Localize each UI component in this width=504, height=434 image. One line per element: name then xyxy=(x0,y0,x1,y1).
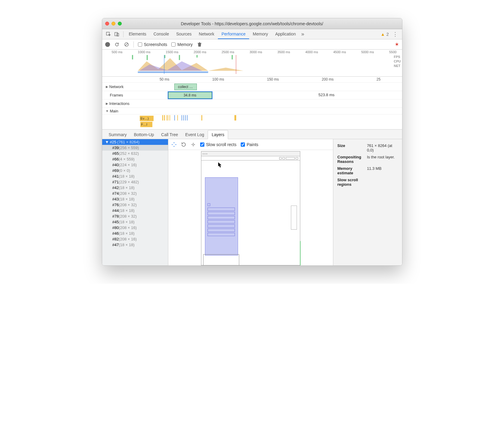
timeline-pane[interactable]: 50 ms100 ms150 ms200 ms25 ▶Network colle… xyxy=(102,77,402,130)
memory-input[interactable] xyxy=(171,42,176,47)
memory-checkbox[interactable]: Memory xyxy=(171,42,193,47)
zoom-window-button[interactable] xyxy=(118,22,122,26)
layer-node[interactable]: #82(208 × 16) xyxy=(102,236,168,242)
detail-tab-layers[interactable]: Layers xyxy=(208,130,228,139)
tab-sources[interactable]: Sources xyxy=(173,29,195,39)
more-options-button[interactable]: ⋮ xyxy=(391,31,400,38)
layer-canvas-area: Slow scroll rects Paints xyxy=(168,139,333,265)
detail-tab-bottom-up[interactable]: Bottom-Up xyxy=(130,130,157,139)
titlebar[interactable]: Developer Tools - https://developers.goo… xyxy=(102,18,402,29)
layer-node[interactable]: #47(18 × 18) xyxy=(102,242,168,248)
expand-icon[interactable]: ▶ xyxy=(106,102,108,105)
detail-tab-summary[interactable]: Summary xyxy=(105,130,130,139)
layer-node[interactable]: #80(208 × 16) xyxy=(102,225,168,231)
layer-node[interactable]: #78(208 × 32) xyxy=(102,213,168,219)
slow-rects-input[interactable] xyxy=(200,142,204,147)
device-toolbar-icon[interactable] xyxy=(113,30,121,38)
layer-node[interactable]: #39(256 × 559) xyxy=(102,145,168,151)
flame-block[interactable]: F…l xyxy=(140,122,152,127)
tab-application[interactable]: Application xyxy=(272,29,300,39)
layer-node[interactable]: ▼#25(761 × 8264) xyxy=(102,139,168,145)
overflow-tabs-button[interactable]: » xyxy=(299,31,306,37)
frames-row[interactable]: Frames 34.8 ms 523.8 ms xyxy=(102,91,402,99)
detail-tab-event-log[interactable]: Event Log xyxy=(182,130,208,139)
layer-node[interactable]: #71(229 × 482) xyxy=(102,179,168,185)
detail-tab-call-tree[interactable]: Call Tree xyxy=(157,130,182,139)
warnings-badge[interactable]: ▲ 2 xyxy=(381,32,389,37)
layer-3d-view[interactable] xyxy=(168,150,333,265)
network-request-pill[interactable]: collect … xyxy=(174,84,197,90)
memory-value: 11.3 MB xyxy=(366,165,399,176)
slow-rects-checkbox[interactable]: Slow scroll rects xyxy=(200,142,237,147)
layer-node[interactable]: #46(18 × 18) xyxy=(102,231,168,236)
size-key: Size xyxy=(337,142,366,154)
reload-record-button[interactable] xyxy=(114,42,120,47)
layer-node[interactable]: #66(4 × 559) xyxy=(102,156,168,162)
close-window-button[interactable] xyxy=(105,22,109,26)
tab-console[interactable]: Console xyxy=(150,29,173,39)
layer-preview-root xyxy=(201,151,300,265)
main-row-header[interactable]: ▼Main xyxy=(102,108,402,114)
svg-rect-14 xyxy=(164,115,165,121)
collect-garbage-button[interactable] xyxy=(197,42,202,47)
layer-node[interactable]: #69(0 × 0) xyxy=(102,168,168,173)
layer-node[interactable]: #41(18 × 18) xyxy=(102,173,168,179)
slowscroll-key: Slow scroll regions xyxy=(337,176,366,188)
layer-node[interactable]: #74(208 × 32) xyxy=(102,191,168,196)
minimize-window-button[interactable] xyxy=(111,22,115,26)
svg-rect-17 xyxy=(170,115,170,121)
tab-memory[interactable]: Memory xyxy=(249,29,272,39)
overview-chart xyxy=(120,55,384,74)
layer-node[interactable]: #40(224 × 16) xyxy=(102,162,168,168)
screenshots-label: Screenshots xyxy=(144,42,167,47)
flame-block[interactable]: Ev…) xyxy=(140,116,154,121)
paints-input[interactable] xyxy=(241,142,245,147)
screenshots-input[interactable] xyxy=(138,42,142,47)
window-title: Developer Tools - https://developers.goo… xyxy=(102,21,402,26)
layer-tree[interactable]: ▼#25(761 × 8264)#39(256 × 559)#65(252 × … xyxy=(102,139,168,265)
expand-icon[interactable]: ▶ xyxy=(106,85,108,88)
selected-layer-highlight xyxy=(205,177,238,255)
overview-pane[interactable]: 500 ms1000 ms1500 ms2000 ms2500 ms3000 m… xyxy=(102,50,402,77)
svg-rect-9 xyxy=(231,55,233,60)
frame-pill-selected[interactable]: 34.8 ms xyxy=(168,92,212,99)
layer-details-sidebar: Size 761 × 8264 (at 0,0) Compositing Rea… xyxy=(333,139,402,265)
inspect-icon[interactable] xyxy=(105,30,112,38)
layer-node[interactable]: #44(18 × 18) xyxy=(102,208,168,213)
svg-rect-15 xyxy=(166,115,167,121)
warning-icon: ▲ xyxy=(381,32,385,37)
svg-rect-33 xyxy=(208,233,235,236)
svg-rect-10 xyxy=(138,72,208,73)
layer-node[interactable]: #65(252 × 632) xyxy=(102,151,168,156)
overview-ruler: 500 ms1000 ms1500 ms2000 ms2500 ms3000 m… xyxy=(102,50,402,54)
layer-node[interactable]: #42(18 × 18) xyxy=(102,185,168,191)
interactions-row[interactable]: ▶Interactions xyxy=(102,99,402,108)
reset-view-icon[interactable] xyxy=(191,142,196,147)
network-row[interactable]: ▶Network collect … xyxy=(102,82,402,91)
layer-node[interactable]: #45(18 × 18) xyxy=(102,219,168,225)
svg-rect-7 xyxy=(179,55,180,60)
memory-key: Memory estimate xyxy=(337,165,366,176)
tab-performance[interactable]: Performance xyxy=(218,29,249,39)
layer-node[interactable]: #43(18 × 18) xyxy=(102,196,168,202)
clear-button[interactable] xyxy=(124,42,129,47)
rotate-mode-icon[interactable] xyxy=(181,142,186,147)
layer-node[interactable]: #76(208 × 32) xyxy=(102,202,168,208)
screenshots-checkbox[interactable]: Screenshots xyxy=(138,42,167,47)
collapse-icon[interactable]: ▼ xyxy=(106,109,109,113)
layers-pane: ▼#25(761 × 8264)#39(256 × 559)#65(252 × … xyxy=(102,139,402,265)
paints-checkbox[interactable]: Paints xyxy=(241,142,258,147)
capture-settings-icon[interactable]: ✶ xyxy=(395,41,399,48)
record-button[interactable] xyxy=(105,42,110,47)
svg-rect-13 xyxy=(162,115,163,121)
svg-rect-32 xyxy=(208,229,235,232)
traffic-lights xyxy=(105,22,122,26)
tab-elements[interactable]: Elements xyxy=(125,29,150,39)
overview-side-labels: FPS CPU NET xyxy=(394,55,401,68)
tab-network[interactable]: Network xyxy=(195,29,218,39)
memory-label: Memory xyxy=(177,42,193,47)
separator xyxy=(123,31,124,37)
svg-rect-23 xyxy=(187,115,188,121)
main-flame-chart[interactable]: Ev…) F…l xyxy=(102,114,402,129)
pan-mode-icon[interactable] xyxy=(171,142,177,147)
